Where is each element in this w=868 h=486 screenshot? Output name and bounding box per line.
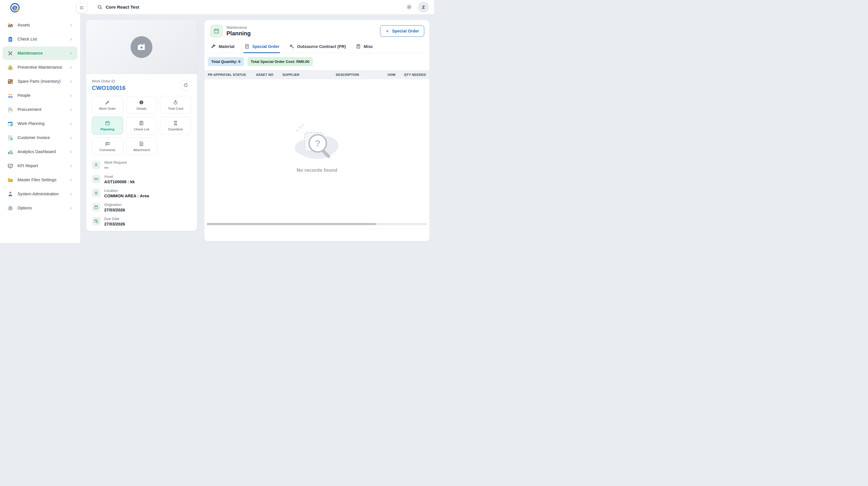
assets-icon	[7, 22, 13, 28]
avatar[interactable]: Z	[418, 2, 429, 12]
checklist-icon	[7, 36, 13, 42]
pin-icon	[92, 189, 100, 197]
kpi-icon	[7, 163, 13, 169]
hamburger-icon	[79, 5, 84, 10]
tile-label: Details	[136, 107, 146, 110]
details-button[interactable]: Details	[126, 96, 157, 114]
sidebar-item-work-planning[interactable]: Work Planning	[3, 117, 78, 131]
chevron-right-icon	[69, 178, 73, 182]
detail-value: AST100008 : kk	[104, 179, 135, 184]
detail-label: Origination	[104, 203, 125, 207]
chevron-right-icon	[69, 164, 73, 168]
barcode-icon	[94, 177, 98, 181]
tile-label: Downtime	[168, 127, 183, 131]
sidebar-item-procurement[interactable]: Procurement	[3, 103, 78, 116]
tab-material[interactable]: Material	[210, 41, 235, 53]
procurement-icon	[7, 107, 13, 113]
sidebar-item-label: Maintenance	[18, 51, 65, 56]
sidebar-item-master-files-settings[interactable]: Master Files Settings	[3, 173, 78, 187]
scrollbar-thumb[interactable]	[207, 223, 376, 225]
work-order-button[interactable]: Work Order	[92, 96, 123, 114]
sidebar-item-system-administration[interactable]: System Administration	[3, 187, 78, 201]
chevron-right-icon	[69, 108, 73, 112]
tile-label: Comments	[100, 148, 116, 152]
sidebar-item-preventive-maintenance[interactable]: Preventive Maintenance	[3, 61, 78, 74]
svg-text:?: ?	[315, 138, 321, 148]
sidebar-item-label: System Administration	[18, 192, 65, 197]
add-photo-button[interactable]	[131, 36, 152, 58]
sidebar-item-assets[interactable]: Assets	[3, 19, 78, 32]
sidebar-item-kpi-report[interactable]: KPI Report	[3, 159, 78, 173]
chevron-right-icon	[69, 94, 73, 98]
downtime-icon	[173, 120, 178, 126]
settings-button[interactable]	[404, 2, 414, 12]
tab-special-order[interactable]: Special Order	[244, 41, 280, 53]
downtime-button[interactable]: Downtime	[160, 117, 191, 135]
people-icon	[7, 92, 13, 99]
work-order-actions: Work OrderDetailsTime CardPlanningCheck …	[92, 96, 191, 155]
sidebar-item-label: Spare Parts (Inventory)	[18, 79, 65, 84]
pin-icon	[94, 191, 98, 195]
planning-button[interactable]: Planning	[92, 117, 123, 135]
calendar-icon	[92, 203, 100, 211]
spareparts-icon	[7, 79, 13, 85]
sidebar-item-spare-parts-inventory[interactable]: Spare Parts (Inventory)	[3, 75, 78, 88]
attachment-button[interactable]: Attachment	[126, 137, 157, 155]
person-icon	[94, 163, 98, 167]
comments-button[interactable]: Comments	[92, 137, 123, 155]
sidebar-item-people[interactable]: People	[3, 89, 78, 102]
sidebar-item-check-list[interactable]: Check List	[3, 32, 78, 46]
chevron-right-icon	[69, 51, 73, 55]
detail-value: COMMON AREA : Area	[104, 194, 149, 198]
tab-label: Outsource Contract (PR)	[297, 44, 346, 49]
tile-label: Check List	[134, 127, 149, 131]
sidebar-menu: AssetsCheck ListMaintenancePreventive Ma…	[0, 16, 80, 218]
chevron-right-icon	[69, 122, 73, 126]
detail-label: Location	[104, 189, 149, 193]
comments-icon	[105, 141, 110, 146]
column-header-pr-approval-status: PR APPROVAL STATUS	[208, 73, 256, 77]
sidebar: AssetsCheck ListMaintenancePreventive Ma…	[0, 0, 81, 243]
check-list-button[interactable]: Check List	[126, 117, 157, 135]
attachment-icon	[138, 141, 144, 146]
sidebar-item-options[interactable]: Options	[3, 201, 78, 215]
logo-icon	[10, 3, 20, 13]
work-order-photo	[86, 20, 197, 74]
tile-label: Work Order	[99, 107, 116, 110]
sidebar-item-label: Preventive Maintenance	[18, 65, 65, 70]
topbar-actions: Z	[404, 2, 429, 12]
detail-origination: Origination27/03/2026	[92, 203, 191, 212]
time-card-button[interactable]: Time Card	[160, 96, 191, 114]
tab-outsource-contract-pr[interactable]: Outsource Contract (PR)	[288, 41, 346, 53]
sidebar-item-label: Master Files Settings	[18, 177, 65, 182]
table-header: PR APPROVAL STATUSASSET NOSUPPLIERDESCRI…	[205, 70, 429, 79]
tabs: MaterialSpecial OrderOutsource Contract …	[205, 41, 429, 53]
horizontal-scrollbar[interactable]	[207, 223, 427, 225]
add-special-order-button[interactable]: Special Order	[380, 25, 424, 37]
calclock-icon	[92, 217, 100, 226]
calendar-icon	[94, 205, 98, 209]
sidebar-item-analytics-dashboard[interactable]: Analytics Dashboard	[3, 145, 78, 159]
tab-misc[interactable]: Misc	[355, 41, 373, 53]
chevron-right-icon	[69, 136, 73, 140]
add-special-order-label: Special Order	[392, 29, 419, 33]
detail-value: —	[104, 166, 127, 170]
chevron-right-icon	[69, 192, 73, 196]
empty-state: ? No records found	[205, 79, 429, 223]
chevron-right-icon	[69, 37, 73, 41]
sidebar-item-label: Procurement	[18, 107, 65, 112]
refresh-icon	[183, 83, 188, 88]
app-logo[interactable]	[0, 0, 80, 16]
work-order-details: Work Request—AssetAST100008 : kkLocation…	[92, 161, 191, 226]
search-icon	[97, 4, 102, 10]
sidebar-item-customer-invoice[interactable]: Customer Invoice	[3, 131, 78, 144]
sidebar-item-maintenance[interactable]: Maintenance	[3, 47, 78, 60]
preventive-icon	[7, 64, 13, 71]
planning-panel: Maintenance Planning Special Order Mater…	[205, 20, 429, 241]
refresh-button[interactable]	[180, 80, 191, 91]
options-icon	[7, 205, 13, 211]
global-search[interactable]: Core React Test	[97, 4, 404, 10]
sidebar-collapse-button[interactable]	[76, 2, 87, 13]
topbar: Core React Test Z	[81, 0, 434, 14]
work-order-card: Work Order ID CWO100016 Work OrderDetail…	[86, 20, 197, 231]
